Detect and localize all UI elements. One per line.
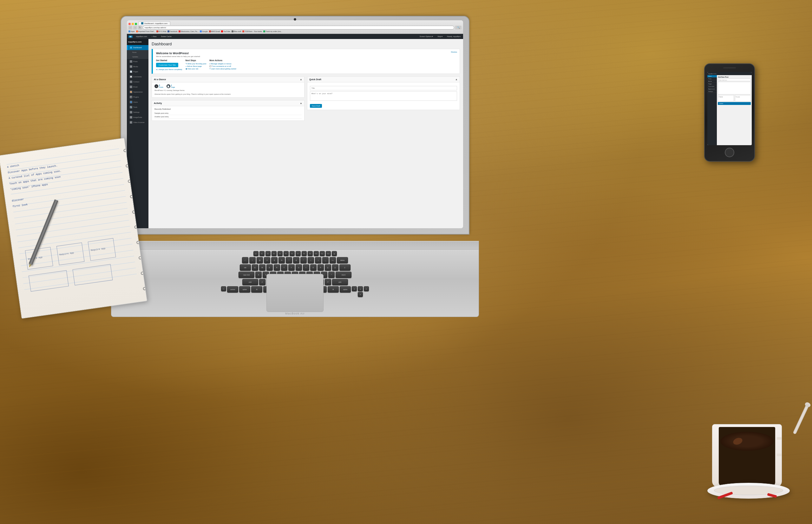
phone-sidebar-item-7[interactable]: Settings — [707, 91, 717, 93]
key-p[interactable]: P — [318, 264, 324, 271]
key-f8[interactable]: F8 — [302, 251, 307, 256]
key-t[interactable]: T — [281, 264, 287, 271]
key-4[interactable]: $ — [271, 257, 277, 263]
save-draft-button[interactable]: Save Draft — [310, 104, 322, 108]
phone-sidebar-item-5[interactable]: Comments — [707, 85, 717, 88]
key-z[interactable]: Z — [259, 279, 266, 285]
welcome-dismiss-btn[interactable]: Dismiss — [451, 51, 457, 53]
key-close-bracket[interactable]: ]} — [332, 264, 338, 271]
key-right-arrow[interactable]: ► — [364, 286, 369, 291]
sidebar-item-home[interactable]: Home — [127, 50, 148, 54]
key-capslock[interactable]: caps lock — [239, 272, 254, 278]
sidebar-item-users[interactable]: 👤 Users — [127, 100, 148, 104]
trackpad[interactable] — [267, 274, 323, 312]
sidebar-item-imagesuite[interactable]: 🖼 ImageSuite — [127, 115, 148, 120]
new-item[interactable]: + New — [151, 35, 158, 37]
key-9[interactable]: ( — [308, 257, 314, 263]
key-a[interactable]: A — [255, 272, 262, 278]
view-site-link[interactable]: ◉ View your site — [186, 68, 206, 70]
key-f7[interactable]: F7 — [296, 251, 301, 256]
at-a-glance-toggle[interactable]: ▲ — [300, 78, 302, 81]
sidebar-item-tools[interactable]: 🔧 Tools — [127, 104, 148, 110]
key-delete[interactable]: delete — [337, 257, 348, 263]
sidebar-item-dashboard[interactable]: ⊞ Dashboard — [127, 45, 148, 50]
bookmark-gmail[interactable]: KF G Mail — [156, 30, 166, 32]
key-y[interactable]: Y — [288, 264, 294, 271]
change-theme-link[interactable]: or, change your theme completely — [156, 68, 182, 70]
key-f4[interactable]: F4 — [277, 251, 283, 256]
key-left-cmd[interactable]: ⌘ — [251, 286, 262, 293]
key-enter[interactable]: return — [336, 272, 351, 278]
key-right-alt[interactable]: option — [340, 286, 351, 293]
key-f5[interactable]: F5 — [284, 251, 289, 256]
key-u[interactable]: U — [296, 264, 302, 271]
key-o[interactable]: O — [310, 264, 317, 271]
quick-draft-toggle[interactable]: ▲ — [455, 78, 458, 81]
key-1[interactable]: ! — [249, 257, 256, 263]
phone-sidebar-item-4[interactable]: Pages — [707, 83, 717, 85]
key-power[interactable]: ⏏ — [332, 251, 337, 256]
turn-comments-link[interactable]: 💬 Turn comments on or off — [209, 65, 236, 67]
search-icon[interactable]: 🔍 — [455, 26, 462, 30]
key-minus[interactable]: -_ — [322, 257, 329, 263]
refresh-button[interactable]: ↻ — [138, 26, 142, 30]
key-2[interactable]: @ — [257, 257, 263, 263]
quick-draft-body-textarea[interactable] — [310, 91, 457, 101]
key-f6[interactable]: F6 — [290, 251, 294, 256]
key-slash[interactable]: /? — [325, 279, 331, 285]
bookmark-youtube[interactable]: YouTube — [221, 30, 230, 32]
bookmark-electronics[interactable]: Electronics, Cars, Fa... — [179, 30, 198, 32]
screen-options-item[interactable]: Screen Options ▾ — [419, 35, 434, 37]
key-8[interactable]: * — [300, 257, 307, 263]
address-bar[interactable]: toppdfpro.com/wp-admin/ — [143, 26, 454, 30]
key-left-shift[interactable]: shift — [242, 279, 258, 285]
key-f2[interactable]: F2 — [266, 251, 271, 256]
phone-sidebar-item-6[interactable]: Appearance — [707, 88, 717, 91]
sidebar-item-contact[interactable]: ✉ Contact — [127, 79, 148, 84]
phone-sidebar-item-3[interactable]: Media — [707, 80, 717, 83]
key-backslash[interactable]: |\ — [339, 264, 350, 271]
phone-content-textarea[interactable] — [718, 82, 751, 95]
key-f12[interactable]: F12 — [326, 251, 331, 256]
phone-sidebar-item-2[interactable]: Posts — [707, 78, 717, 80]
help-item[interactable]: Help ▾ — [436, 35, 443, 37]
phone-publish-button[interactable]: Publish — [718, 102, 751, 105]
close-window-btn[interactable] — [128, 23, 131, 25]
sidebar-item-posts[interactable]: ✎ Posts — [127, 59, 148, 64]
sidebar-item-pages[interactable]: 📄 Pages — [127, 69, 148, 74]
key-right-shift[interactable]: shift — [332, 279, 348, 285]
bookmark-google[interactable]: Google — [200, 30, 208, 32]
bookmark-mail[interactable]: MAR Email — [209, 30, 220, 32]
key-f1[interactable]: F1 — [259, 251, 265, 256]
key-equals[interactable]: =+ — [330, 257, 336, 263]
add-about-page-link[interactable]: + Add an About page — [186, 65, 206, 67]
key-left-arrow[interactable]: ◄ — [352, 286, 357, 291]
key-right-cmd[interactable]: ⌘ — [328, 286, 339, 293]
howdy-item[interactable]: Howdy, toppdfpro — [446, 35, 462, 37]
key-3[interactable]: # — [264, 257, 270, 263]
activity-toggle[interactable]: ▲ — [300, 102, 302, 104]
sidebar-item-comments[interactable]: 💬 Comments — [127, 74, 148, 79]
phone-title-field[interactable]: Enter title here — [718, 79, 751, 81]
key-w[interactable]: W — [259, 264, 266, 271]
key-e[interactable]: E — [267, 264, 273, 271]
sidebar-item-plugins[interactable]: 🔌 Plugins — [127, 95, 148, 100]
key-f10[interactable]: F10 — [314, 251, 319, 256]
sidebar-item-ikoan[interactable]: ◈ iKoan — [127, 84, 148, 89]
key-5[interactable]: % — [278, 257, 285, 263]
phone-home-button[interactable] — [725, 148, 734, 157]
quick-draft-title-input[interactable] — [310, 86, 457, 91]
sidebar-item-settings[interactable]: ⚙ Settings — [127, 110, 148, 115]
forward-button[interactable]: → — [133, 26, 137, 30]
sidebar-item-appearance[interactable]: 🎨 Appearance — [127, 89, 148, 95]
maximize-window-btn[interactable] — [135, 23, 137, 25]
write-blog-post-link[interactable]: ✎ Write your first blog post — [186, 63, 206, 65]
bookmark-bliss[interactable]: Bliss stuff — [232, 30, 241, 32]
key-f11[interactable]: F11 — [320, 251, 325, 256]
key-f9[interactable]: F9 — [308, 251, 313, 256]
key-6[interactable]: ^ — [286, 257, 292, 263]
sidebar-item-video-ilicense[interactable]: ▶ Video iLicense — [127, 120, 148, 125]
wp-logo-item[interactable]: W — [128, 35, 132, 38]
key-down-arrow[interactable]: ▼ — [358, 292, 363, 297]
key-f3[interactable]: F3 — [271, 251, 276, 256]
